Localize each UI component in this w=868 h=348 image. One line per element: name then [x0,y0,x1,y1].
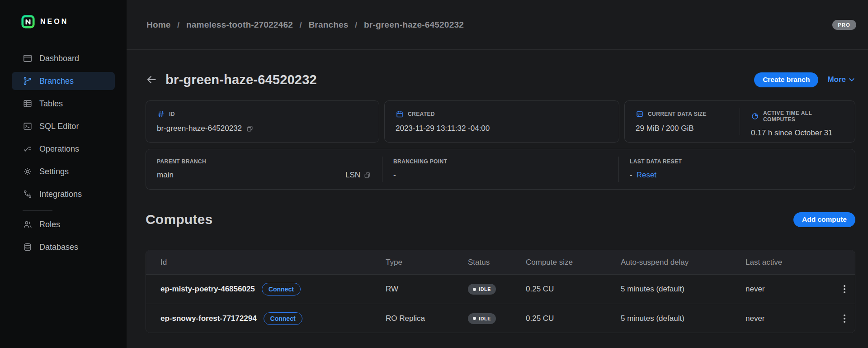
branch-id-value: br-green-haze-64520232 [157,124,242,133]
sidebar-item-label: Dashboard [39,54,79,63]
column-header-auto-suspend-delay: Auto-suspend delay [621,258,745,267]
sidebar-item-operations[interactable]: Operations [12,140,115,158]
sql-editor-icon [23,121,33,131]
breadcrumb-project[interactable]: nameless-tooth-27022462 [186,20,293,29]
parent-branch-section: PARENT BRANCH main LSN [146,149,382,189]
sidebar-item-label: Operations [39,144,79,154]
data-size-label: CURRENT DATA SIZE [648,111,707,117]
neon-logo-icon [21,15,35,29]
more-label: More [827,75,846,84]
created-card: CREATED 2023-11-29 13:11:32 -04:00 [384,100,619,143]
last-data-reset-label: LAST DATA RESET [630,158,682,165]
more-button[interactable]: More [827,75,855,84]
add-compute-button[interactable]: Add compute [793,212,855,227]
reset-link[interactable]: Reset [637,171,656,180]
breadcrumb-branches[interactable]: Branches [308,20,348,29]
lsn-group: LSN [345,171,371,180]
branching-point-section: BRANCHING POINT - [382,149,618,189]
settings-icon [23,167,33,176]
operations-icon [23,144,33,154]
roles-icon [23,219,33,229]
back-button[interactable] [146,74,157,86]
tables-icon [23,99,33,109]
last-data-reset-value: - [630,171,632,180]
databases-icon [23,242,33,252]
sidebar-divider [23,210,52,211]
status-label: IDLE [479,286,491,292]
table-row: ep-snowy-forest-77172294 Connect RO Repl… [146,304,855,333]
usage-card: CURRENT DATA SIZE 29 MiB / 200 GiB ACTIV [624,100,855,143]
neon-logo[interactable]: NEON [0,0,127,29]
status-badge: IDLE [468,313,496,324]
sidebar-item-settings[interactable]: Settings [12,162,115,181]
sidebar-item-label: Integrations [39,190,82,199]
breadcrumb-home[interactable]: Home [146,20,171,29]
branch-lineage-card: PARENT BRANCH main LSN [146,149,855,190]
create-branch-button[interactable]: Create branch [754,72,818,87]
status-dot-icon [473,288,476,291]
status-label: IDLE [479,316,491,321]
copy-icon[interactable] [363,172,371,179]
brand-name: NEON [40,18,68,26]
page-title: br-green-haze-64520232 [165,72,317,87]
sidebar-item-branches[interactable]: Branches [12,72,115,90]
last-active: never [745,285,834,294]
branching-point-label: BRANCHING POINT [393,158,447,165]
last-data-reset-section: LAST DATA RESET - Reset [619,149,855,189]
row-menu-kebab-icon[interactable] [834,282,855,296]
endpoint-type: RW [386,285,468,294]
id-label: ID [169,111,175,117]
integrations-icon [23,189,33,199]
sidebar-item-label: Tables [39,99,63,109]
endpoint-id: ep-misty-poetry-46856025 [160,285,255,294]
sidebar-item-databases[interactable]: Databases [12,238,115,256]
app: NEON Dashboard Branches Tables [0,0,868,348]
sidebar-item-label: Roles [39,220,60,229]
sidebar-nav: Dashboard Branches Tables SQL Editor [0,49,127,203]
sidebar-nav-secondary: Roles Databases [0,215,127,256]
active-time-section: ACTIVE TIME ALL COMPUTES 0.17 h since Oc… [740,101,855,142]
sidebar-item-roles[interactable]: Roles [12,215,115,234]
created-label: CREATED [408,111,435,117]
parent-branch-value: main [157,171,174,180]
created-value: 2023-11-29 13:11:32 -04:00 [396,124,490,133]
breadcrumb-separator: / [299,20,302,29]
auto-suspend-delay: 5 minutes (default) [621,285,745,294]
id-card: ID br-green-haze-64520232 [146,100,379,143]
column-header-last-active: Last active [745,258,834,267]
column-header-type: Type [386,258,468,267]
computes-table-header: Id Type Status Compute size Auto-suspend… [146,250,855,275]
calendar-icon [396,110,404,118]
sidebar-item-label: Databases [39,243,78,252]
table-row: ep-misty-poetry-46856025 Connect RW IDLE… [146,275,855,304]
dashboard-icon [23,53,33,63]
branches-icon [23,76,33,86]
plan-badge[interactable]: PRO [832,20,856,30]
sidebar-item-integrations[interactable]: Integrations [12,185,115,203]
active-time-label: ACTIVE TIME ALL COMPUTES [763,110,844,123]
column-header-id: Id [146,258,386,267]
title-actions: Create branch More [754,72,855,87]
copy-icon[interactable] [246,125,254,133]
breadcrumb-separator: / [177,20,179,29]
computes-title: Computes [146,212,212,227]
auto-suspend-delay: 5 minutes (default) [621,314,745,323]
connect-button[interactable]: Connect [262,283,301,296]
sidebar-item-sql-editor[interactable]: SQL Editor [12,117,115,135]
main-area: Home / nameless-tooth-27022462 / Branche… [127,0,868,348]
active-time-value: 0.17 h since October 31 [751,129,833,138]
data-size-value: 29 MiB / 200 GiB [636,124,694,133]
row-menu-kebab-icon[interactable] [834,312,855,325]
title-row: br-green-haze-64520232 Create branch Mor… [146,72,855,88]
sidebar-item-dashboard[interactable]: Dashboard [12,49,115,67]
breadcrumb-separator: / [355,20,357,29]
connect-button[interactable]: Connect [264,312,302,325]
status-badge: IDLE [468,284,496,295]
chevron-down-icon [848,76,855,83]
hash-icon [157,110,165,118]
branch-detail-cards: ID br-green-haze-64520232 CREAT [146,100,855,143]
computes-header-row: Computes Add compute [146,210,855,229]
sidebar-item-tables[interactable]: Tables [12,95,115,113]
branch-page: br-green-haze-64520232 Create branch Mor… [127,50,868,333]
breadcrumb: Home / nameless-tooth-27022462 / Branche… [146,20,832,30]
